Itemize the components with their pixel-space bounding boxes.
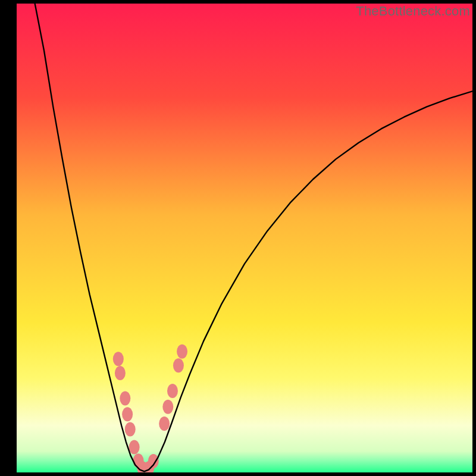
chart-background-gradient <box>17 4 472 472</box>
curve-marker <box>173 358 184 372</box>
curve-marker <box>120 392 130 406</box>
curve-marker <box>162 400 173 414</box>
chart-frame <box>17 4 472 472</box>
curve-marker <box>167 384 178 398</box>
curve-marker <box>159 416 170 431</box>
curve-marker <box>113 352 124 366</box>
curve-marker <box>125 422 136 437</box>
curve-marker <box>115 366 126 380</box>
curve-marker <box>129 440 140 454</box>
curve-marker <box>148 454 159 468</box>
watermark-text: TheBottleneck.com <box>356 4 470 19</box>
chart-svg <box>17 4 472 472</box>
curve-marker <box>177 345 187 359</box>
curve-marker <box>122 407 133 421</box>
